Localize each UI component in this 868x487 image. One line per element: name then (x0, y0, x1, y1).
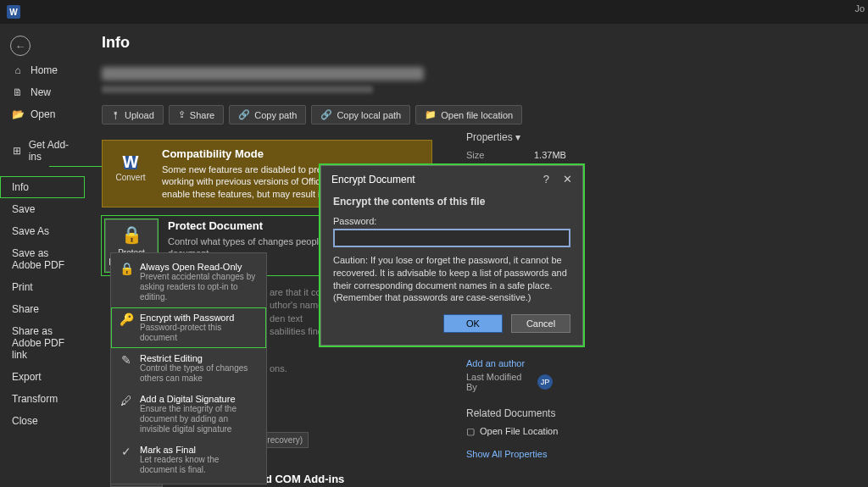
related-documents-heading: Related Documents (466, 407, 566, 419)
new-icon: 🗎 (12, 86, 24, 98)
sidebar-item-home[interactable]: ⌂Home (0, 59, 85, 81)
show-all-properties-link[interactable]: Show All Properties (466, 449, 566, 459)
edit-icon: ✎ (120, 353, 133, 384)
sidebar-item-label: Share as Adobe PDF link (12, 325, 73, 361)
sidebar-item-label: Home (31, 64, 58, 76)
button-label: Convert (115, 173, 145, 182)
dialog-subtitle: Encrypt the contents of this file (333, 196, 570, 208)
copy-path-button[interactable]: 🔗Copy path (229, 105, 306, 125)
dialog-remember-text: (Remember that passwords are case-sensit… (333, 292, 570, 302)
sidebar-item-save-adobe[interactable]: Save as Adobe PDF (0, 242, 85, 276)
sidebar-item-save[interactable]: Save (0, 198, 85, 220)
button-label: Copy path (254, 110, 297, 120)
menu-item-encrypt-password[interactable]: 🔑Encrypt with PasswordPassword-protect t… (111, 307, 266, 348)
folder-icon: 📁 (425, 109, 437, 120)
sidebar-item-label: Save As (12, 225, 49, 237)
menu-item-desc: Control the types of changes others can … (140, 363, 258, 384)
sidebar-item-close[interactable]: Close (0, 410, 85, 432)
open-file-location-button[interactable]: 📁Open file location (415, 105, 522, 125)
open-file-location-link[interactable]: Open File Location (480, 426, 558, 437)
close-button[interactable]: ✕ (563, 173, 572, 185)
menu-item-desc: Prevent accidental changes by asking rea… (140, 272, 258, 302)
sidebar-item-print[interactable]: Print (0, 276, 85, 298)
upload-button[interactable]: ⭱Upload (102, 105, 164, 125)
button-label: Open file location (441, 110, 513, 120)
ok-button[interactable]: OK (443, 314, 503, 333)
menu-item-title: Always Open Read-Only (140, 262, 258, 272)
sidebar-item-label: Transform (12, 393, 58, 405)
sidebar-item-saveas[interactable]: Save As (0, 220, 85, 242)
sidebar-item-share[interactable]: Share (0, 298, 85, 320)
encrypt-document-dialog: Encrypt Document ? ✕ Encrypt the content… (320, 165, 583, 346)
word-doc-icon: W (124, 156, 137, 169)
menu-item-title: Restrict Editing (140, 353, 258, 363)
home-icon: ⌂ (12, 64, 24, 76)
lock-icon: 🔒 (120, 262, 133, 302)
word-app-icon: W (7, 5, 20, 19)
prop-key: Last Modified By (466, 372, 534, 392)
sidebar-item-share-adobe[interactable]: Share as Adobe PDF link (0, 320, 85, 366)
cancel-button[interactable]: Cancel (511, 314, 570, 333)
sidebar-item-label: New (31, 86, 51, 98)
open-icon: 📂 (12, 108, 24, 120)
annotation-line (49, 166, 102, 167)
sidebar-item-transform[interactable]: Transform (0, 388, 85, 410)
sidebar-item-label: Close (12, 415, 38, 427)
password-input[interactable] (333, 229, 570, 247)
version-history-peek: ons. (270, 362, 287, 375)
sidebar-item-info[interactable]: Info (0, 176, 85, 198)
title-bar: W Jo (0, 0, 868, 24)
section-heading: Compatibility Mode (162, 147, 425, 160)
share-button[interactable]: ⇪Share (169, 105, 224, 125)
menu-item-desc: Ensure the integrity of the document by … (140, 404, 258, 434)
document-title-blurred (102, 67, 424, 80)
help-button[interactable]: ? (543, 173, 549, 185)
dialog-title: Encrypt Document (331, 174, 415, 185)
protect-document-menu: 🔒Always Open Read-OnlyPrevent accidental… (110, 252, 267, 484)
sidebar-item-addins[interactable]: ⊞Get Add-ins (0, 134, 85, 168)
link-icon: 🔗 (238, 109, 250, 120)
menu-item-read-only[interactable]: 🔒Always Open Read-OnlyPrevent accidental… (111, 257, 266, 307)
button-label: Copy local path (337, 110, 401, 120)
share-icon: ⇪ (178, 109, 186, 120)
menu-item-title: Encrypt with Password (140, 313, 258, 323)
menu-item-desc: Password-protect this document (140, 323, 258, 343)
link-icon: 🔗 (320, 109, 332, 120)
menu-item-title: Mark as Final (140, 445, 258, 455)
sidebar-item-label: Info (12, 181, 29, 193)
properties-heading[interactable]: Properties ▾ (466, 131, 566, 143)
add-author-link[interactable]: Add an author (466, 358, 525, 368)
menu-item-title: Add a Digital Signature (140, 394, 258, 404)
sidebar-item-new[interactable]: 🗎New (0, 81, 85, 103)
menu-item-digital-signature[interactable]: 🖊Add a Digital SignatureEnsure the integ… (111, 389, 266, 440)
sidebar-item-label: Print (12, 281, 33, 293)
menu-item-restrict-editing[interactable]: ✎Restrict EditingControl the types of ch… (111, 348, 266, 389)
copy-local-path-button[interactable]: 🔗Copy local path (311, 105, 410, 125)
sidebar-item-export[interactable]: Export (0, 366, 85, 388)
prop-value: 1.37MB (534, 150, 566, 160)
menu-item-desc: Let readers know the document is final. (140, 455, 258, 475)
avatar: JP (537, 374, 553, 390)
prop-key: Size (466, 150, 534, 160)
user-initial: Jo (854, 3, 865, 14)
upload-icon: ⭱ (111, 110, 120, 120)
key-icon: 🔑 (120, 313, 133, 343)
button-label: Upload (125, 110, 154, 120)
backstage-sidebar: ⌂Home 🗎New 📂Open ⊞Get Add-ins Info Save … (0, 51, 85, 440)
folder-icon: ▢ (466, 426, 475, 437)
sidebar-item-label: Export (12, 371, 42, 383)
document-path-blurred (102, 86, 373, 93)
sidebar-item-label: Save (12, 203, 35, 215)
final-icon: ✓ (120, 445, 133, 475)
dialog-caution-text: Caution: If you lose or forget the passw… (333, 254, 570, 292)
sidebar-item-open[interactable]: 📂Open (0, 103, 85, 125)
info-toolbar: ⭱Upload ⇪Share 🔗Copy path 🔗Copy local pa… (102, 105, 868, 125)
page-title: Info (102, 34, 868, 52)
convert-button[interactable]: W Convert (109, 147, 152, 190)
button-label: Share (190, 110, 214, 120)
menu-item-mark-final[interactable]: ✓Mark as FinalLet readers know the docum… (111, 440, 266, 480)
sidebar-item-label: Share (12, 303, 39, 315)
signature-icon: 🖊 (120, 394, 133, 434)
sidebar-item-label: Get Add-ins (29, 139, 73, 163)
lock-icon: 🔒 (121, 224, 142, 245)
